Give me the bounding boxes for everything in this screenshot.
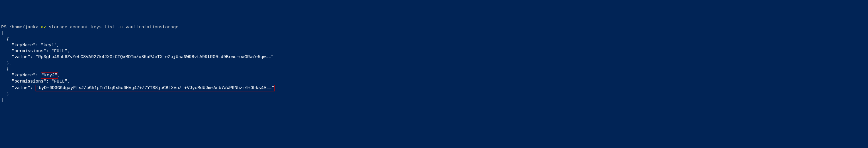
json-comma: ,: [57, 43, 59, 48]
command-flag: -n: [118, 25, 123, 30]
json-permissions-key2: "permissions": "FULL",: [1, 79, 70, 84]
prompt-separator: >: [36, 25, 41, 30]
prompt-path: /home/jack: [9, 25, 36, 30]
json-value-label: "value":: [1, 85, 36, 91]
json-comma: ,: [58, 73, 61, 78]
json-bracket-open: [: [1, 31, 4, 36]
json-permissions-key1: "permissions": "FULL",: [1, 49, 70, 54]
json-keyname-label: "keyName":: [1, 73, 41, 78]
json-object-open: {: [1, 37, 9, 42]
command-account: vaultrotationstorage: [123, 25, 178, 30]
json-object-close: },: [1, 61, 12, 66]
json-object-close: }: [1, 92, 9, 97]
json-value-key2-highlighted: "byD+6D3GGdgayFfxJ/bGh1pIuItqKx5c6HVg47+…: [36, 85, 275, 91]
command-args: storage account keys list: [46, 25, 118, 30]
json-value-key1: "value": "Rp3gLp4Shb6ZvYehC8VA927k4JXGrC…: [1, 54, 274, 59]
json-keyname-value-key1: "key1": [41, 43, 57, 48]
json-object-open: {: [1, 67, 9, 72]
prompt-line[interactable]: PS /home/jack> az storage account keys l…: [1, 25, 178, 30]
json-keyname-label: "keyName":: [1, 43, 41, 48]
command-az: az: [41, 25, 46, 30]
terminal-output: PS /home/jack> az storage account keys l…: [1, 24, 867, 103]
prompt-prefix: PS: [1, 25, 9, 30]
json-bracket-close: ]: [1, 98, 4, 103]
json-keyname-value-key2-highlighted: "key2": [41, 72, 58, 79]
